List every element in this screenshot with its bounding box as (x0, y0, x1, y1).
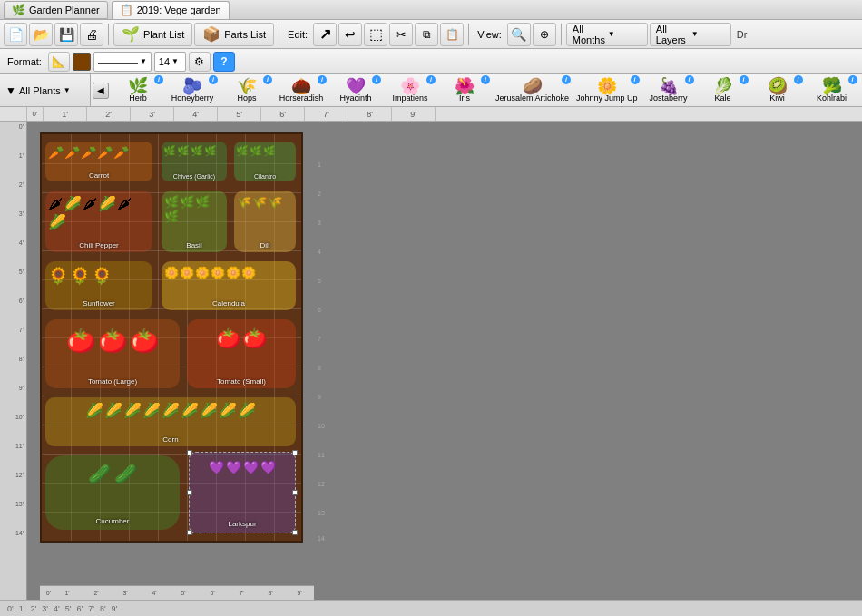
carrot-emoji-5: 🥕 (113, 145, 129, 160)
impatiens-info[interactable]: i (426, 75, 436, 84)
plant-herb[interactable]: 🌿 Herb i (111, 74, 165, 106)
plant-kiwi[interactable]: 🥝 Kiwi i (750, 74, 805, 106)
plant-hops[interactable]: 🌾 Hops i (220, 74, 274, 106)
zone-cucumber[interactable]: 🥒 🥒 Cucumber (45, 455, 180, 530)
jerusalem-info[interactable]: i (562, 75, 571, 84)
johnny-info[interactable]: i (631, 75, 640, 84)
herb-info[interactable]: i (154, 75, 163, 84)
jostaberry-info[interactable]: i (685, 75, 694, 84)
zone-larkspur[interactable]: 💜 💜 💜 💜 Larkspur (189, 452, 296, 533)
cilantro-label: Cilantro (234, 173, 296, 180)
row-14: 14' (0, 530, 26, 536)
handle-bl[interactable] (187, 530, 192, 535)
plant-honeyberry[interactable]: 🫐 Honeyberry i (165, 74, 220, 106)
bed-row-6: 6 (318, 307, 321, 313)
ruler-btn[interactable]: 📐 (48, 52, 70, 72)
kale-label: Kale (715, 94, 731, 103)
jerusalem-label: Jerusalem Artichoke (495, 94, 569, 103)
parts-list-label: Parts List (224, 29, 266, 40)
zoom-in-button[interactable]: 🔍 (507, 23, 531, 46)
status-5: 5' (65, 604, 72, 613)
plant-johnny[interactable]: 🌼 Johnny Jump Up i (573, 74, 642, 106)
paste-button[interactable]: 📋 (440, 23, 464, 46)
status-3: 3' (42, 604, 48, 613)
plant-impatiens[interactable]: 🌸 Impatiens i (383, 74, 437, 106)
right-canvas-area (336, 122, 862, 600)
kohlrabi-info[interactable]: i (848, 75, 857, 84)
save-button[interactable]: 💾 (54, 23, 78, 46)
select-button[interactable]: ↗ (313, 23, 337, 46)
help-button[interactable]: ? (213, 52, 235, 72)
kohlrabi-label: Kohlrabi (817, 94, 847, 103)
marquee-button[interactable]: ⬚ (364, 23, 387, 46)
plant-nav-left[interactable]: ◀ (91, 74, 111, 106)
handle-tl[interactable] (187, 450, 192, 455)
corn-emoji-9: 🌽 (238, 402, 256, 419)
hyacinth-info[interactable]: i (372, 75, 381, 84)
handle-tr[interactable] (292, 450, 298, 455)
zone-tomato-small[interactable]: 🍅 🍅 Tomato (Small) (187, 319, 296, 388)
new-button[interactable]: 📄 (4, 23, 27, 46)
zone-cilantro[interactable]: 🌿 🌿 🌿 Cilantro (234, 142, 296, 181)
line-style: ———— (98, 56, 138, 67)
honeyberry-info[interactable]: i (209, 75, 218, 84)
chili-emoji-2: 🌽 (64, 195, 82, 212)
plant-horseradish[interactable]: 🌰 Horseradish i (274, 74, 328, 106)
bed-row-13: 13 (318, 510, 325, 516)
plant-iris[interactable]: 🌺 Iris i (437, 74, 492, 106)
handle-br[interactable] (292, 530, 298, 535)
document-tab[interactable]: 📋 2019: Vege garden (112, 1, 230, 19)
plant-kohlrabi[interactable]: 🥦 Kohlrabi i (805, 74, 859, 106)
sep1 (108, 24, 109, 45)
size-dropdown[interactable]: 14 ▼ (154, 52, 186, 72)
layers-dropdown[interactable]: All Layers ▼ (650, 23, 731, 46)
plant-list-button[interactable]: 🌱 Plant List (113, 23, 192, 46)
zone-corn[interactable]: 🌽 🌽 🌽 🌽 🌽 🌽 🌽 🌽 🌽 Corn (45, 397, 296, 446)
zone-basil[interactable]: 🌿 🌿 🌿 🌿 Basil (162, 191, 227, 252)
handle-mr[interactable] (292, 490, 298, 495)
plant-kale[interactable]: 🥬 Kale i (696, 74, 750, 106)
plant-scroll-left[interactable]: ◀ (93, 83, 109, 99)
tomato-large-label: Tomato (Large) (45, 377, 180, 386)
gear-button[interactable]: ⚙ (189, 52, 211, 72)
app-tab[interactable]: 🌿 Garden Planner (4, 1, 108, 19)
zone-sunflower[interactable]: 🌻 🌻 🌻 Sunflower (45, 261, 152, 310)
toml-emoji-2: 🍅 (98, 327, 127, 355)
undo-button[interactable]: ↩ (338, 23, 362, 46)
br-5: 5' (169, 590, 198, 596)
br-0: 0' (40, 590, 53, 596)
zone-carrot[interactable]: 🥕 🥕 🥕 🥕 🥕 Carrot (45, 142, 152, 181)
zone-chives-garlic[interactable]: 🌿 🌿 🌿 🌿 Chives (Garlic) (162, 142, 227, 181)
handle-ml[interactable] (187, 490, 192, 495)
plant-hyacinth[interactable]: 💜 Hyacinth i (328, 74, 383, 106)
parts-list-button[interactable]: 📦 Parts List (194, 23, 274, 46)
cut-button[interactable]: ✂ (389, 23, 413, 46)
zone-dill[interactable]: 🌾 🌾 🌾 Dill (234, 191, 296, 252)
horseradish-info[interactable]: i (318, 75, 327, 84)
zoom-fit-button[interactable]: ⊕ (533, 23, 556, 46)
copy-button[interactable]: ⧉ (415, 23, 438, 46)
garden-bed[interactable]: 🥕 🥕 🥕 🥕 🥕 Carrot 🌿 🌿 🌿 🌿 Chives (Garlic) (40, 132, 303, 543)
title-bar: 🌿 Garden Planner 📋 2019: Vege garden (0, 0, 862, 20)
zone-calendula[interactable]: 🌼 🌼 🌼 🌼 🌼 🌼 Calendula (162, 261, 296, 310)
toolbar1: 📄 📂 💾 🖨 🌱 Plant List 📦 Parts List Edit: … (0, 20, 862, 49)
sep4 (561, 24, 562, 45)
plant-jostaberry[interactable]: 🍇 Jostaberry i (642, 74, 696, 106)
kale-info[interactable]: i (740, 75, 749, 84)
hops-info[interactable]: i (263, 75, 272, 84)
iris-info[interactable]: i (481, 75, 490, 84)
open-button[interactable]: 📂 (29, 23, 53, 46)
zone-tomato-large[interactable]: 🍅 🍅 🍅 Tomato (Large) (45, 319, 180, 388)
kiwi-info[interactable]: i (794, 75, 803, 84)
corn-emoji-4: 🌽 (142, 402, 161, 419)
chili-emoji-5: 🌶 (117, 196, 132, 212)
line-dropdown[interactable]: ———— ▼ (93, 52, 152, 72)
zone-chili[interactable]: 🌶 🌽 🌶 🌽 🌶 🌽 Chili Pepper (45, 191, 152, 252)
print-button[interactable]: 🖨 (80, 23, 103, 46)
col-h-5: 5' (218, 107, 261, 121)
plant-jerusalem-artichoke[interactable]: 🥔 Jerusalem Artichoke i (492, 74, 573, 106)
color-swatch[interactable] (73, 53, 91, 71)
plant-filter-dropdown[interactable]: ▼ All Plants ▼ (0, 74, 91, 106)
br-3: 3' (111, 590, 140, 596)
months-dropdown[interactable]: All Months ▼ (566, 23, 648, 46)
